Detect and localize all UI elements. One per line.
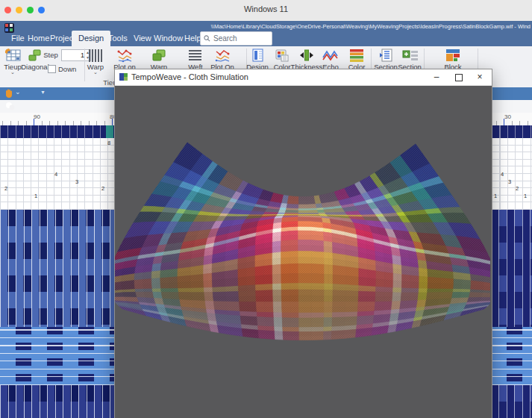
drawdown-right-b[interactable] xyxy=(491,327,532,385)
close-button[interactable]: × xyxy=(469,69,491,85)
drawdown-right-a[interactable] xyxy=(491,210,532,327)
threading-shaft-number: 3 xyxy=(75,178,78,185)
palette-tool-icon[interactable] xyxy=(5,102,16,111)
design-icon xyxy=(251,49,264,62)
weft-lines-icon xyxy=(189,50,201,62)
block-icon xyxy=(444,48,463,63)
section-icon xyxy=(378,49,393,62)
threading-shaft-number: 1 xyxy=(494,193,497,199)
down-checkbox[interactable] xyxy=(48,65,56,73)
color-palette-icon xyxy=(275,49,290,62)
ruler-number: 30 xyxy=(504,113,511,120)
chevron-down-icon[interactable]: ⌄ xyxy=(15,88,21,96)
search-placeholder: Search xyxy=(213,34,237,43)
vm-window-title: Windows 11 xyxy=(0,4,532,13)
tempoweave-icon xyxy=(119,73,128,81)
minimize-button[interactable]: – xyxy=(425,69,448,85)
weave-texture-overlay xyxy=(115,143,490,340)
cloth-simulation-window: TempoWeave - Cloth Simulation – × xyxy=(114,69,492,418)
chevron-down-icon[interactable]: ⌄ xyxy=(88,69,103,75)
threading-shaft-number: 2 xyxy=(516,185,519,192)
drawdown-block-b[interactable] xyxy=(0,327,114,385)
search-icon xyxy=(204,35,210,42)
drawdown-block-a[interactable] xyxy=(0,210,114,327)
warp-lines-icon xyxy=(89,49,102,62)
thickness-icon xyxy=(298,49,315,62)
threading-shaft-number: 3 xyxy=(508,178,511,185)
threading-shaft-number: 1 xyxy=(34,193,37,199)
ruler-number: 90 xyxy=(34,113,40,120)
app-titlebar: \\Mac\Home\Library\CloudStorage\OneDrive… xyxy=(0,21,532,46)
maximize-button[interactable] xyxy=(447,69,469,85)
screen-root: Windows 11 \\Mac\Home\Library\CloudStora… xyxy=(0,0,532,418)
plot-on-icon xyxy=(117,48,133,63)
warp-green-icon xyxy=(151,49,167,62)
sim-window-title: TempoWeave - Cloth Simulation xyxy=(131,72,248,81)
sim-window-titlebar[interactable]: TempoWeave - Cloth Simulation – × xyxy=(115,69,492,86)
drawdown-teal-stripe xyxy=(106,210,113,418)
drawdown-block-c[interactable] xyxy=(0,385,114,418)
maximize-box-icon xyxy=(455,74,463,81)
threading-shaft-number: 4 xyxy=(501,171,504,178)
echo-icon xyxy=(322,49,338,62)
threading-shaft-number: 2 xyxy=(101,185,104,192)
warp-teal-stripe xyxy=(106,125,113,138)
macos-titlebar: Windows 11 xyxy=(0,0,532,22)
cloth-3d-view[interactable] xyxy=(115,85,490,418)
dropdown-arrow-icon[interactable]: ▼ xyxy=(40,90,46,95)
drawdown-right-c[interactable] xyxy=(491,385,532,418)
threading-shaft-number: 8 xyxy=(107,140,110,146)
search-input[interactable]: Search xyxy=(200,31,272,46)
color-stripes-icon xyxy=(348,48,365,63)
step-spinner[interactable]: 1▲▼ xyxy=(61,49,91,61)
document-path: \\Mac\Home\Library\CloudStorage\OneDrive… xyxy=(113,23,531,30)
tieup-icon xyxy=(4,48,22,62)
hand-tool-icon[interactable] xyxy=(4,89,13,99)
threading-shaft-number: 2 xyxy=(4,185,7,192)
threading-shaft-number: 1 xyxy=(524,193,527,199)
plot-on-icon xyxy=(215,48,231,63)
section-add-icon xyxy=(402,49,419,62)
threading-shaft-number: 4 xyxy=(54,171,57,178)
